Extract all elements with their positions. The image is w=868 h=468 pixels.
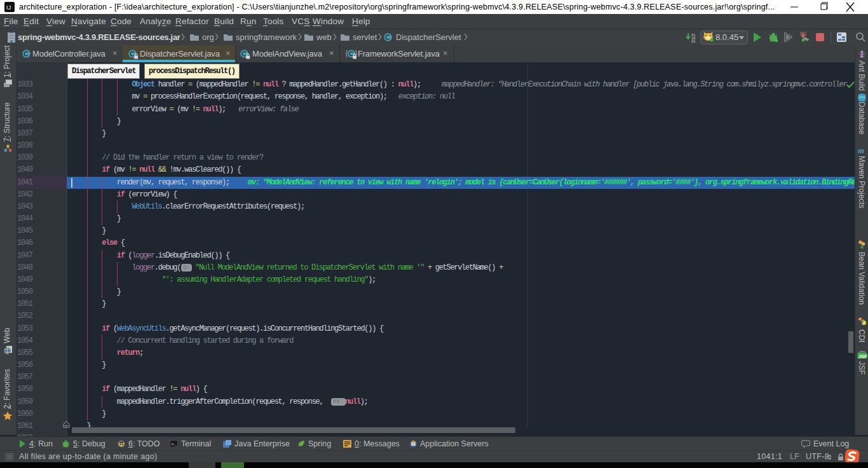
svg-text:IJ: IJ: [6, 4, 11, 11]
svg-text:JSF: JSF: [858, 354, 867, 359]
svg-text:m: m: [858, 146, 864, 155]
svg-text:>_: >_: [171, 441, 177, 447]
svg-text:01: 01: [691, 39, 696, 43]
